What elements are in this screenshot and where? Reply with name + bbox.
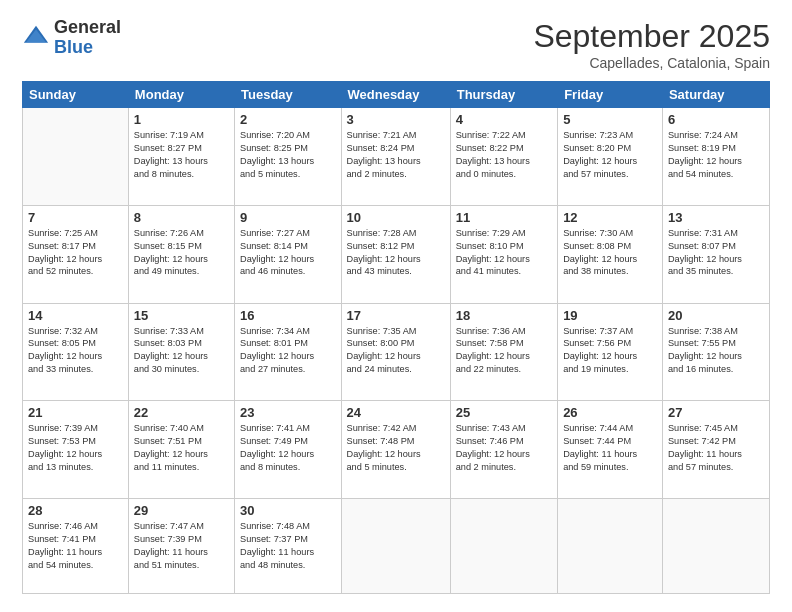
- logo-blue-text: Blue: [54, 38, 121, 58]
- day-number: 12: [563, 210, 657, 225]
- table-row: 18Sunrise: 7:36 AM Sunset: 7:58 PM Dayli…: [450, 303, 557, 401]
- day-info: Sunrise: 7:31 AM Sunset: 8:07 PM Dayligh…: [668, 227, 764, 279]
- table-row: 2Sunrise: 7:20 AM Sunset: 8:25 PM Daylig…: [235, 108, 342, 206]
- day-number: 16: [240, 308, 336, 323]
- col-saturday: Saturday: [662, 82, 769, 108]
- day-info: Sunrise: 7:35 AM Sunset: 8:00 PM Dayligh…: [347, 325, 445, 377]
- day-number: 15: [134, 308, 229, 323]
- table-row: 24Sunrise: 7:42 AM Sunset: 7:48 PM Dayli…: [341, 401, 450, 499]
- day-number: 5: [563, 112, 657, 127]
- day-info: Sunrise: 7:44 AM Sunset: 7:44 PM Dayligh…: [563, 422, 657, 474]
- day-info: Sunrise: 7:41 AM Sunset: 7:49 PM Dayligh…: [240, 422, 336, 474]
- day-number: 9: [240, 210, 336, 225]
- day-number: 2: [240, 112, 336, 127]
- day-info: Sunrise: 7:27 AM Sunset: 8:14 PM Dayligh…: [240, 227, 336, 279]
- day-info: Sunrise: 7:22 AM Sunset: 8:22 PM Dayligh…: [456, 129, 552, 181]
- table-row: 4Sunrise: 7:22 AM Sunset: 8:22 PM Daylig…: [450, 108, 557, 206]
- logo-general-text: General: [54, 18, 121, 38]
- day-number: 19: [563, 308, 657, 323]
- table-row: [662, 499, 769, 594]
- table-row: 19Sunrise: 7:37 AM Sunset: 7:56 PM Dayli…: [558, 303, 663, 401]
- table-row: [450, 499, 557, 594]
- table-row: 1Sunrise: 7:19 AM Sunset: 8:27 PM Daylig…: [128, 108, 234, 206]
- day-info: Sunrise: 7:43 AM Sunset: 7:46 PM Dayligh…: [456, 422, 552, 474]
- day-info: Sunrise: 7:46 AM Sunset: 7:41 PM Dayligh…: [28, 520, 123, 572]
- day-number: 13: [668, 210, 764, 225]
- day-number: 10: [347, 210, 445, 225]
- table-row: 30Sunrise: 7:48 AM Sunset: 7:37 PM Dayli…: [235, 499, 342, 594]
- day-info: Sunrise: 7:29 AM Sunset: 8:10 PM Dayligh…: [456, 227, 552, 279]
- col-thursday: Thursday: [450, 82, 557, 108]
- table-row: 28Sunrise: 7:46 AM Sunset: 7:41 PM Dayli…: [23, 499, 129, 594]
- day-number: 29: [134, 503, 229, 518]
- day-info: Sunrise: 7:34 AM Sunset: 8:01 PM Dayligh…: [240, 325, 336, 377]
- col-sunday: Sunday: [23, 82, 129, 108]
- table-row: 29Sunrise: 7:47 AM Sunset: 7:39 PM Dayli…: [128, 499, 234, 594]
- table-row: 21Sunrise: 7:39 AM Sunset: 7:53 PM Dayli…: [23, 401, 129, 499]
- day-number: 18: [456, 308, 552, 323]
- col-wednesday: Wednesday: [341, 82, 450, 108]
- table-row: 22Sunrise: 7:40 AM Sunset: 7:51 PM Dayli…: [128, 401, 234, 499]
- day-number: 28: [28, 503, 123, 518]
- day-info: Sunrise: 7:23 AM Sunset: 8:20 PM Dayligh…: [563, 129, 657, 181]
- day-info: Sunrise: 7:21 AM Sunset: 8:24 PM Dayligh…: [347, 129, 445, 181]
- col-friday: Friday: [558, 82, 663, 108]
- table-row: 14Sunrise: 7:32 AM Sunset: 8:05 PM Dayli…: [23, 303, 129, 401]
- table-row: 25Sunrise: 7:43 AM Sunset: 7:46 PM Dayli…: [450, 401, 557, 499]
- day-info: Sunrise: 7:40 AM Sunset: 7:51 PM Dayligh…: [134, 422, 229, 474]
- day-info: Sunrise: 7:30 AM Sunset: 8:08 PM Dayligh…: [563, 227, 657, 279]
- col-monday: Monday: [128, 82, 234, 108]
- day-number: 7: [28, 210, 123, 225]
- table-row: [23, 108, 129, 206]
- day-info: Sunrise: 7:47 AM Sunset: 7:39 PM Dayligh…: [134, 520, 229, 572]
- day-info: Sunrise: 7:19 AM Sunset: 8:27 PM Dayligh…: [134, 129, 229, 181]
- day-info: Sunrise: 7:20 AM Sunset: 8:25 PM Dayligh…: [240, 129, 336, 181]
- day-info: Sunrise: 7:24 AM Sunset: 8:19 PM Dayligh…: [668, 129, 764, 181]
- table-row: 5Sunrise: 7:23 AM Sunset: 8:20 PM Daylig…: [558, 108, 663, 206]
- day-info: Sunrise: 7:45 AM Sunset: 7:42 PM Dayligh…: [668, 422, 764, 474]
- table-row: 9Sunrise: 7:27 AM Sunset: 8:14 PM Daylig…: [235, 205, 342, 303]
- day-info: Sunrise: 7:37 AM Sunset: 7:56 PM Dayligh…: [563, 325, 657, 377]
- table-row: 11Sunrise: 7:29 AM Sunset: 8:10 PM Dayli…: [450, 205, 557, 303]
- day-number: 14: [28, 308, 123, 323]
- day-number: 3: [347, 112, 445, 127]
- col-tuesday: Tuesday: [235, 82, 342, 108]
- day-info: Sunrise: 7:36 AM Sunset: 7:58 PM Dayligh…: [456, 325, 552, 377]
- table-row: 23Sunrise: 7:41 AM Sunset: 7:49 PM Dayli…: [235, 401, 342, 499]
- table-row: [558, 499, 663, 594]
- day-info: Sunrise: 7:48 AM Sunset: 7:37 PM Dayligh…: [240, 520, 336, 572]
- table-row: 8Sunrise: 7:26 AM Sunset: 8:15 PM Daylig…: [128, 205, 234, 303]
- table-row: 3Sunrise: 7:21 AM Sunset: 8:24 PM Daylig…: [341, 108, 450, 206]
- logo: General Blue: [22, 18, 121, 58]
- table-row: 6Sunrise: 7:24 AM Sunset: 8:19 PM Daylig…: [662, 108, 769, 206]
- table-row: [341, 499, 450, 594]
- day-number: 11: [456, 210, 552, 225]
- table-row: 16Sunrise: 7:34 AM Sunset: 8:01 PM Dayli…: [235, 303, 342, 401]
- table-row: 15Sunrise: 7:33 AM Sunset: 8:03 PM Dayli…: [128, 303, 234, 401]
- day-info: Sunrise: 7:26 AM Sunset: 8:15 PM Dayligh…: [134, 227, 229, 279]
- calendar-table: Sunday Monday Tuesday Wednesday Thursday…: [22, 81, 770, 594]
- page-header: General Blue September 2025 Capellades, …: [22, 18, 770, 71]
- day-number: 22: [134, 405, 229, 420]
- day-info: Sunrise: 7:25 AM Sunset: 8:17 PM Dayligh…: [28, 227, 123, 279]
- day-number: 4: [456, 112, 552, 127]
- table-row: 27Sunrise: 7:45 AM Sunset: 7:42 PM Dayli…: [662, 401, 769, 499]
- day-number: 8: [134, 210, 229, 225]
- table-row: 12Sunrise: 7:30 AM Sunset: 8:08 PM Dayli…: [558, 205, 663, 303]
- table-row: 10Sunrise: 7:28 AM Sunset: 8:12 PM Dayli…: [341, 205, 450, 303]
- location-text: Capellades, Catalonia, Spain: [533, 55, 770, 71]
- day-info: Sunrise: 7:42 AM Sunset: 7:48 PM Dayligh…: [347, 422, 445, 474]
- table-row: 20Sunrise: 7:38 AM Sunset: 7:55 PM Dayli…: [662, 303, 769, 401]
- day-number: 30: [240, 503, 336, 518]
- table-row: 13Sunrise: 7:31 AM Sunset: 8:07 PM Dayli…: [662, 205, 769, 303]
- day-number: 23: [240, 405, 336, 420]
- month-title: September 2025: [533, 18, 770, 55]
- table-row: 26Sunrise: 7:44 AM Sunset: 7:44 PM Dayli…: [558, 401, 663, 499]
- day-number: 26: [563, 405, 657, 420]
- day-info: Sunrise: 7:39 AM Sunset: 7:53 PM Dayligh…: [28, 422, 123, 474]
- day-number: 25: [456, 405, 552, 420]
- day-number: 6: [668, 112, 764, 127]
- day-info: Sunrise: 7:32 AM Sunset: 8:05 PM Dayligh…: [28, 325, 123, 377]
- day-number: 1: [134, 112, 229, 127]
- day-info: Sunrise: 7:33 AM Sunset: 8:03 PM Dayligh…: [134, 325, 229, 377]
